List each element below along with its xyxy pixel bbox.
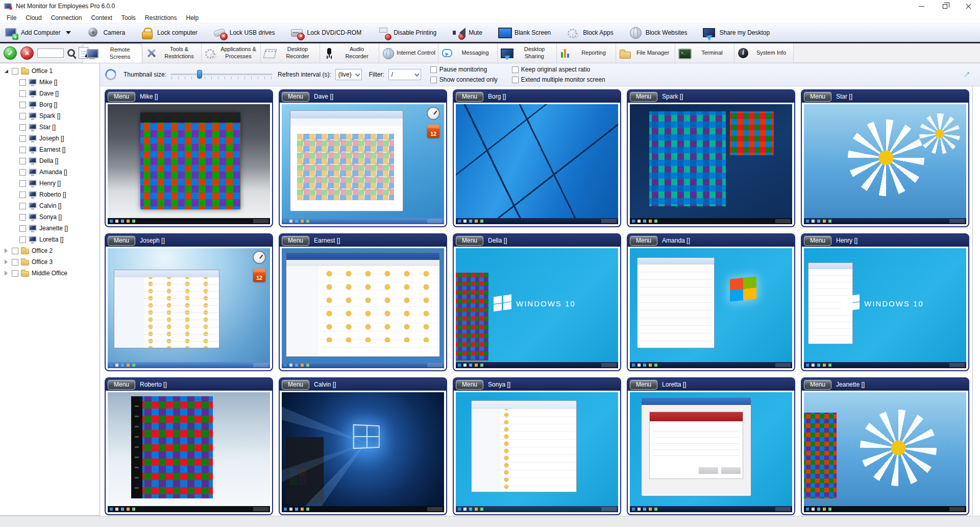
tree-computer-label[interactable]: Dave []: [39, 90, 59, 97]
toolbar-button-camera[interactable]: Camera: [86, 27, 125, 39]
tree-computer-loretta[interactable]: Loretta []: [0, 234, 100, 245]
thumbnail-menu-button[interactable]: Menu: [108, 236, 135, 246]
tree-computer-dave[interactable]: Dave []: [0, 88, 100, 99]
remote-screen-jeanette[interactable]: [804, 392, 966, 512]
filter-select[interactable]: /: [388, 69, 421, 80]
tree-group-office-3[interactable]: Office 3: [0, 256, 100, 268]
tree-checkbox[interactable]: [19, 102, 26, 108]
tree-group-office-1[interactable]: Office 1: [0, 65, 100, 77]
thumbnail-menu-button[interactable]: Menu: [282, 92, 309, 102]
thumbnail-menu-button[interactable]: Menu: [282, 380, 309, 390]
toolbar-button-add-computer[interactable]: Add Computer: [4, 27, 71, 39]
remote-screen-calvin[interactable]: [282, 392, 444, 512]
disconnect-button[interactable]: ×: [20, 46, 34, 60]
remote-screen-amanda[interactable]: [630, 248, 792, 368]
tree-checkbox[interactable]: [19, 236, 26, 243]
tree-computer-label[interactable]: Mike []: [39, 79, 57, 86]
tree-checkbox[interactable]: [12, 248, 18, 254]
thumbnail-menu-button[interactable]: Menu: [282, 236, 309, 246]
thumbnail-size-slider[interactable]: [170, 69, 273, 80]
thumbnail-menu-button[interactable]: Menu: [804, 380, 831, 390]
tree-computer-label[interactable]: Earnest []: [39, 146, 65, 153]
thumbnail-menu-button[interactable]: Menu: [630, 380, 657, 390]
tree-group-label[interactable]: Office 1: [32, 67, 53, 75]
tree-computer-label[interactable]: Della []: [39, 157, 58, 164]
tab-applications-processes[interactable]: Applications & Processes: [202, 43, 261, 63]
remote-screen-loretta[interactable]: [630, 392, 792, 512]
tree-group-office-2[interactable]: Office 2: [0, 245, 100, 256]
slider-handle[interactable]: [197, 70, 202, 79]
thumbnail-menu-button[interactable]: Menu: [630, 236, 657, 246]
expand-arrow-icon[interactable]: [3, 259, 9, 265]
toolbar-button-mute[interactable]: Mute: [452, 27, 482, 39]
tree-computer-joseph[interactable]: Joseph []: [0, 133, 100, 144]
tree-checkbox[interactable]: [19, 214, 26, 221]
tab-terminal[interactable]: Terminal: [675, 43, 734, 63]
expand-arrow-icon[interactable]: [3, 271, 9, 276]
toolbar-button-share-my-desktop[interactable]: Share my Desktop: [702, 27, 770, 39]
tree-computer-label[interactable]: Henry []: [39, 180, 61, 187]
menu-cloud[interactable]: Cloud: [21, 13, 46, 22]
search-input[interactable]: [37, 49, 64, 58]
tree-computer-star[interactable]: Star []: [0, 122, 100, 133]
tree-computer-jeanette[interactable]: Jeanette []: [0, 223, 100, 234]
remote-screen-roberto[interactable]: [108, 392, 270, 512]
remote-screen-dave[interactable]: 12: [282, 104, 444, 224]
remote-screen-mike[interactable]: [108, 104, 270, 224]
tree-computer-label[interactable]: Roberto []: [39, 191, 66, 198]
tree-computer-label[interactable]: Spark []: [39, 112, 60, 119]
checkbox-extend-multiple-monitor-screen[interactable]: Extend multiple monitor screen: [512, 75, 605, 84]
tree-computer-roberto[interactable]: Roberto []: [0, 189, 100, 200]
toolbar-button-blank-screen[interactable]: Blank Screen: [498, 27, 551, 39]
tab-system-info[interactable]: System Info: [734, 43, 794, 63]
minimize-button[interactable]: [910, 0, 933, 12]
tree-checkbox[interactable]: [12, 68, 18, 75]
tree-group-label[interactable]: Middle Office: [32, 270, 67, 277]
menu-tools[interactable]: Tools: [117, 13, 140, 22]
tree-computer-label[interactable]: Calvin []: [39, 202, 61, 209]
tree-checkbox[interactable]: [19, 135, 26, 142]
checkbox-pause-monitoring[interactable]: Pause monitoring: [430, 65, 498, 74]
tree-checkbox[interactable]: [19, 191, 26, 198]
tree-checkbox[interactable]: [19, 90, 26, 97]
checkbox-box[interactable]: [512, 66, 519, 73]
connect-button[interactable]: ✓: [4, 46, 17, 60]
thumbnail-menu-button[interactable]: Menu: [456, 236, 483, 246]
tree-checkbox[interactable]: [19, 225, 26, 232]
thumbnail-menu-button[interactable]: Menu: [804, 236, 831, 246]
tree-computer-calvin[interactable]: Calvin []: [0, 200, 100, 211]
menu-file[interactable]: File: [2, 13, 21, 22]
remote-screen-della[interactable]: WINDOWS 10: [456, 248, 618, 368]
tab-tools-restrictions[interactable]: Tools & Restrictions: [142, 43, 202, 63]
menu-connection[interactable]: Connection: [46, 13, 87, 22]
restore-button[interactable]: [933, 0, 957, 12]
remote-screen-earnest[interactable]: [282, 248, 444, 368]
remote-screen-spark[interactable]: [630, 104, 792, 224]
tree-checkbox[interactable]: [19, 180, 26, 187]
checkbox-box[interactable]: [512, 77, 519, 83]
tree-computer-henry[interactable]: Henry []: [0, 178, 100, 189]
toolbar-button-block-apps[interactable]: Block Apps: [566, 27, 613, 39]
tree-computer-label[interactable]: Joseph []: [39, 135, 64, 142]
toolbar-button-block-websites[interactable]: Block Websites: [629, 27, 688, 39]
tree-group-label[interactable]: Office 2: [32, 247, 53, 254]
menu-context[interactable]: Context: [86, 13, 116, 22]
tab-audio-recorder[interactable]: Audio Recorder: [320, 43, 379, 63]
remote-screen-henry[interactable]: WINDOWS 10: [804, 248, 966, 368]
close-button[interactable]: [957, 0, 980, 12]
tab-desktop-sharing[interactable]: Desktop Sharing: [498, 43, 557, 63]
thumbnail-menu-button[interactable]: Menu: [456, 380, 483, 390]
toolbar-button-lock-usb-drives[interactable]: Lock USB drives: [213, 27, 275, 39]
tree-checkbox[interactable]: [19, 124, 26, 131]
thumbnail-menu-button[interactable]: Menu: [108, 92, 135, 102]
checkbox-show-connected-only[interactable]: Show connected only: [430, 75, 498, 84]
tree-group-label[interactable]: Office 3: [32, 258, 53, 266]
thumbnail-menu-button[interactable]: Menu: [630, 92, 657, 102]
remote-screen-joseph[interactable]: 12: [108, 248, 270, 368]
checkbox-box[interactable]: [430, 77, 437, 83]
tree-checkbox[interactable]: [12, 270, 18, 277]
thumbnail-menu-button[interactable]: Menu: [108, 380, 135, 390]
tree-group-middle-office[interactable]: Middle Office: [0, 268, 100, 279]
tab-reporting[interactable]: Reporting: [557, 43, 616, 63]
refresh-icon[interactable]: [103, 67, 118, 82]
